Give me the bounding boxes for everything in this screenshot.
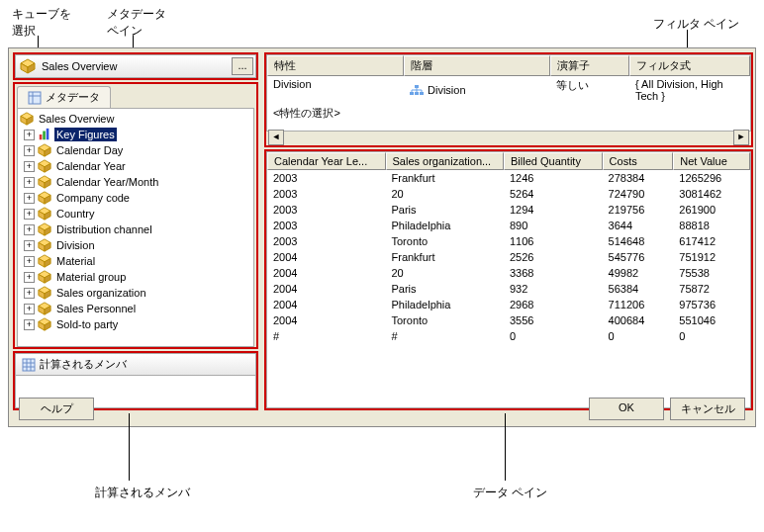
tree-item[interactable]: +Key Figures bbox=[20, 127, 251, 142]
tree-item-label: Material bbox=[54, 254, 97, 268]
data-col-header[interactable]: Billed Quantity bbox=[504, 152, 603, 170]
tree-item[interactable]: +Distribution channel bbox=[20, 222, 251, 237]
table-cell: 617412 bbox=[673, 233, 750, 249]
table-cell: 890 bbox=[504, 218, 603, 233]
tree-item[interactable]: +Sales organization bbox=[20, 285, 251, 301]
expand-icon[interactable]: + bbox=[24, 288, 35, 299]
table-row[interactable]: 2003Philadelphia890364488818 bbox=[267, 218, 750, 233]
filter-placeholder-row[interactable]: <特性の選択> bbox=[267, 104, 750, 123]
tree-item-label: Sold-to party bbox=[54, 317, 120, 331]
table-row[interactable]: 2003Toronto1106514648617412 bbox=[267, 233, 750, 249]
table-row[interactable]: 2004Toronto3556400684551046 bbox=[267, 312, 750, 328]
metadata-tab[interactable]: メタデータ bbox=[17, 86, 111, 108]
data-body: 2003Frankfurt124627838412652962003205264… bbox=[267, 170, 750, 344]
table-cell: 20 bbox=[386, 186, 505, 202]
expand-icon[interactable]: + bbox=[24, 130, 35, 140]
scroll-right-icon[interactable]: ► bbox=[733, 130, 749, 145]
table-row[interactable]: 2003Paris1294219756261900 bbox=[267, 202, 750, 218]
filter-data-row[interactable]: Division Division 等しい { All Division, Hi… bbox=[267, 76, 750, 104]
table-cell: Philadelphia bbox=[386, 218, 505, 233]
filter-col-expression[interactable]: フィルタ式 bbox=[629, 55, 750, 76]
table-cell: 278384 bbox=[603, 170, 674, 186]
annotation-calc-member: 計算されるメンバ bbox=[95, 485, 190, 501]
data-col-header[interactable]: Calendar Year Le... bbox=[267, 152, 386, 170]
tree-item[interactable]: +Sales Personnel bbox=[20, 301, 251, 316]
expand-icon[interactable]: + bbox=[24, 177, 35, 188]
table-row[interactable]: ##000 bbox=[267, 328, 750, 344]
annotation-data-pane: データ ペイン bbox=[473, 485, 547, 501]
table-row[interactable]: 20042033684998275538 bbox=[267, 265, 750, 281]
filter-cell-hier: Division bbox=[404, 76, 550, 104]
table-row[interactable]: 2004Paris9325638475872 bbox=[267, 281, 750, 297]
scroll-left-icon[interactable]: ◄ bbox=[268, 130, 284, 145]
filter-col-operator[interactable]: 演算子 bbox=[550, 55, 629, 76]
expand-icon[interactable]: + bbox=[24, 256, 35, 267]
tree-item[interactable]: +Calendar Day bbox=[20, 142, 251, 158]
expand-icon[interactable]: + bbox=[24, 240, 35, 251]
table-cell: 20 bbox=[386, 265, 505, 281]
table-cell: 0 bbox=[673, 328, 750, 344]
expand-icon[interactable]: + bbox=[24, 272, 35, 283]
tree-item[interactable]: +Company code bbox=[20, 190, 251, 206]
dimension-icon bbox=[38, 317, 51, 331]
data-header-row: Calendar Year Le...Sales organization...… bbox=[267, 152, 750, 170]
tree-item[interactable]: +Calendar Year/Month bbox=[20, 174, 251, 190]
metadata-tab-label: メタデータ bbox=[46, 90, 100, 105]
table-row[interactable]: 2003Frankfurt12462783841265296 bbox=[267, 170, 750, 186]
table-cell: 551046 bbox=[673, 312, 750, 328]
table-cell: Toronto bbox=[386, 312, 505, 328]
data-grid[interactable]: Calendar Year Le...Sales organization...… bbox=[266, 151, 751, 408]
expand-icon[interactable]: + bbox=[24, 224, 35, 235]
table-cell: 261900 bbox=[673, 202, 750, 218]
filter-col-hierarchy[interactable]: 階層 bbox=[404, 55, 550, 76]
cube-browse-button[interactable]: ... bbox=[232, 57, 253, 75]
svg-rect-9 bbox=[40, 134, 43, 139]
filter-col-characteristic[interactable]: 特性 bbox=[267, 55, 404, 76]
table-cell: 75538 bbox=[673, 265, 750, 281]
table-cell: 5264 bbox=[504, 186, 603, 202]
table-cell: 2004 bbox=[267, 265, 386, 281]
data-col-header[interactable]: Costs bbox=[603, 152, 674, 170]
table-cell: 1265296 bbox=[673, 170, 750, 186]
table-cell: 3556 bbox=[504, 312, 603, 328]
dimension-icon bbox=[38, 222, 51, 236]
filter-table: 特性 階層 演算子 フィルタ式 Division Division 等しい { … bbox=[266, 54, 751, 132]
table-cell: 400684 bbox=[603, 312, 674, 328]
tree-item[interactable]: +Calendar Year bbox=[20, 158, 251, 174]
table-cell: 0 bbox=[603, 328, 674, 344]
expand-icon[interactable]: + bbox=[24, 161, 35, 172]
data-col-header[interactable]: Net Value bbox=[673, 152, 750, 170]
annotation-metadata-pane: メタデータ ペイン bbox=[107, 6, 166, 40]
cancel-button[interactable]: キャンセル bbox=[670, 398, 745, 420]
dimension-icon bbox=[38, 207, 51, 221]
calc-members-title: 計算されるメンバ bbox=[40, 357, 127, 372]
hierarchy-icon bbox=[410, 85, 424, 95]
expand-icon[interactable]: + bbox=[24, 145, 35, 156]
expand-icon[interactable]: + bbox=[24, 193, 35, 204]
table-cell: 3644 bbox=[603, 218, 674, 233]
filter-cell-expr: { All Division, High Tech } bbox=[629, 76, 750, 104]
filter-cell-op: 等しい bbox=[550, 76, 629, 104]
tree-root-label: Sales Overview bbox=[37, 112, 116, 126]
filter-header-row: 特性 階層 演算子 フィルタ式 bbox=[267, 55, 750, 76]
table-row[interactable]: 2004Frankfurt2526545776751912 bbox=[267, 249, 750, 265]
metadata-tree[interactable]: Sales Overview+Key Figures+Calendar Day+… bbox=[17, 108, 254, 347]
tree-item[interactable]: +Sold-to party bbox=[20, 316, 251, 332]
tree-item[interactable]: +Division bbox=[20, 237, 251, 253]
help-button[interactable]: ヘルプ bbox=[19, 398, 94, 420]
data-col-header[interactable]: Sales organization... bbox=[386, 152, 505, 170]
table-cell: 975736 bbox=[673, 297, 750, 312]
tree-item[interactable]: +Material group bbox=[20, 269, 251, 285]
ok-button[interactable]: OK bbox=[589, 398, 664, 420]
table-cell: 2003 bbox=[267, 233, 386, 249]
table-cell: 2004 bbox=[267, 297, 386, 312]
tree-item-label: Sales Personnel bbox=[54, 302, 138, 315]
expand-icon[interactable]: + bbox=[24, 319, 35, 330]
table-row[interactable]: 20032052647247903081462 bbox=[267, 186, 750, 202]
expand-icon[interactable]: + bbox=[24, 304, 35, 314]
tree-item[interactable]: +Material bbox=[20, 253, 251, 269]
expand-icon[interactable]: + bbox=[24, 209, 35, 220]
tree-root[interactable]: Sales Overview bbox=[20, 111, 251, 127]
table-row[interactable]: 2004Philadelphia2968711206975736 bbox=[267, 297, 750, 312]
tree-item[interactable]: +Country bbox=[20, 206, 251, 222]
